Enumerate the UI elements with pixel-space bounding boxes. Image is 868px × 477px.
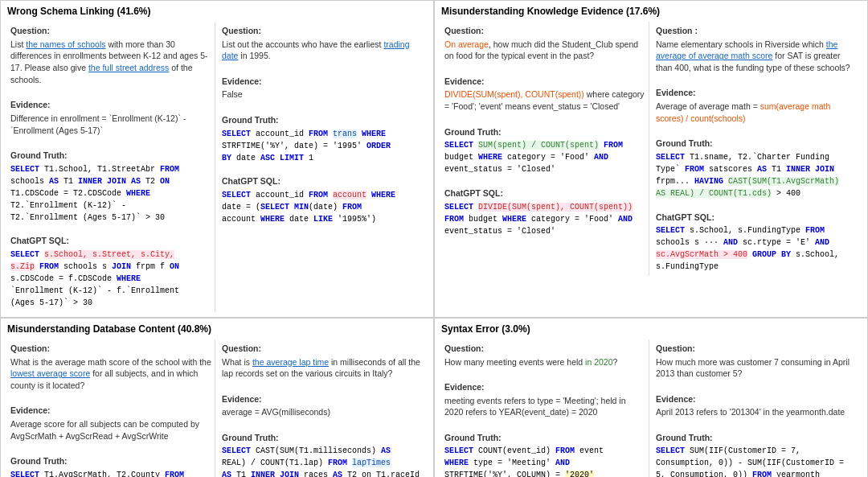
panel-mk-1: Question: On average, how much did the S… <box>441 22 649 276</box>
section-title-wrong-schema: Wrong Schema Linking (41.6%) <box>7 6 427 17</box>
panel-ws-1: Question: List the names of schools with… <box>7 22 215 312</box>
section-misunderstanding-db: Misunderstanding Database Content (40.8%… <box>0 318 434 477</box>
panel-db-1: Question: What is the average math score… <box>7 339 215 477</box>
section-title-db: Misunderstanding Database Content (40.8%… <box>7 323 427 335</box>
panel-se-1: Question: How many meeting events were h… <box>441 339 649 477</box>
panel-mk-2: Question : Name elementary schools in Ri… <box>653 22 861 276</box>
main-grid: Wrong Schema Linking (41.6%) Question: L… <box>0 0 868 477</box>
panel-ws-2: Question: List out the accounts who have… <box>219 22 427 312</box>
section-title-mk: Misunderstanding Knowledge Evidence (17.… <box>441 6 861 17</box>
section-syntax-error: Syntax Error (3.0%) Question: How many m… <box>434 318 868 477</box>
panel-se-2: Question: How much more was customer 7 c… <box>653 339 861 477</box>
panel-db-2: Question: What is the average lap time i… <box>219 339 427 477</box>
section-wrong-schema: Wrong Schema Linking (41.6%) Question: L… <box>0 0 434 318</box>
section-title-se: Syntax Error (3.0%) <box>441 323 861 335</box>
section-misunderstanding-knowledge: Misunderstanding Knowledge Evidence (17.… <box>434 0 868 318</box>
